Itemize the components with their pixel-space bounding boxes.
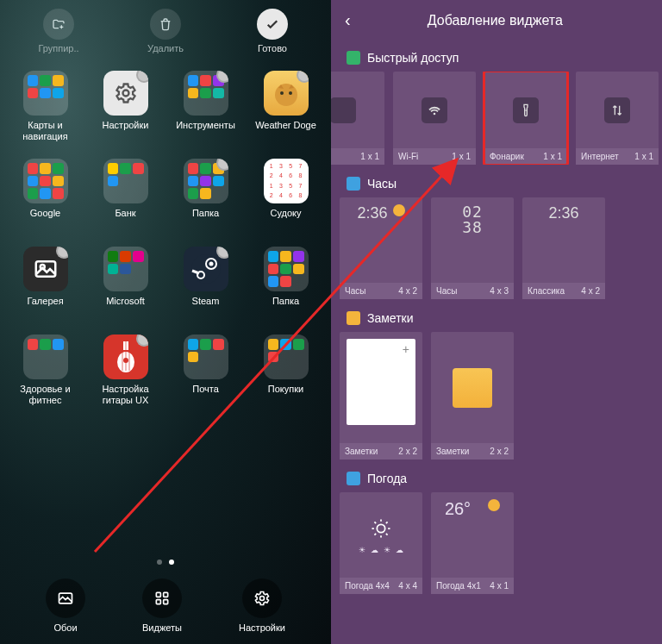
app-покупки[interactable]: Покупки <box>247 335 324 410</box>
widget-picker-title: Добавление виджета <box>363 13 628 28</box>
widget-card[interactable]: 0238Часы4 x 3 <box>431 197 514 299</box>
app-папка[interactable]: Папка <box>167 159 244 234</box>
svg-point-1 <box>275 84 297 106</box>
widget-card[interactable]: 2:36Часы4 x 2 <box>340 197 422 299</box>
widget-card[interactable]: Интернет1 x 1 <box>576 72 659 165</box>
home-editor-panel: Группир.. Удалить Готово Карты и навигац… <box>0 0 331 644</box>
wifi-icon <box>422 97 447 123</box>
widget-name: Заметки <box>436 447 469 456</box>
folder-add-icon <box>43 9 74 40</box>
delete-button[interactable]: Удалить <box>127 9 204 53</box>
widget-size: 4 x 2 <box>398 286 417 296</box>
svg-point-21 <box>260 596 265 600</box>
widget-size: 1 x 1 <box>452 152 471 161</box>
app-label: Галерея <box>27 296 63 307</box>
widget-size: 4 x 3 <box>490 286 509 296</box>
app-банк[interactable]: Банк <box>87 159 164 234</box>
app-google[interactable]: Google <box>7 159 84 234</box>
widget-card[interactable]: Заметки2 x 2 <box>340 332 422 460</box>
folder-icon <box>184 335 228 379</box>
settings-button[interactable]: Настройки <box>239 578 285 633</box>
widget-footer: Часы4 x 2 <box>340 283 422 299</box>
back-icon[interactable]: ‹ <box>345 10 351 30</box>
widget-row-clock[interactable]: 2:36Часы4 x 20238Часы4 x 32:36Классика4 … <box>331 197 662 299</box>
app-инструменты[interactable]: Инструменты <box>167 71 244 147</box>
widgets-button[interactable]: Виджеты <box>142 578 182 633</box>
widget-preview: ☀☁☀☁ <box>340 492 422 578</box>
app-настройка-гитары-ux[interactable]: Настройка гитары UX <box>87 335 164 410</box>
section-color-chip <box>347 177 360 191</box>
done-button[interactable]: Готово <box>234 9 311 53</box>
widget-footer: Погода 4x44 x 4 <box>340 578 422 594</box>
section-color-chip <box>347 51 360 65</box>
widget-name: Классика <box>528 286 565 296</box>
toggle-icon <box>331 97 356 123</box>
svg-rect-4 <box>35 261 55 277</box>
widget-preview <box>331 72 384 148</box>
app-label: Почта <box>192 384 219 395</box>
widget-picker-header: ‹ Добавление виджета <box>331 0 662 41</box>
app-label: Папка <box>192 208 219 219</box>
widget-footer: Погода 4x14 x 1 <box>431 578 514 594</box>
group-button[interactable]: Группир.. <box>20 9 97 53</box>
app-microsoft[interactable]: Microsoft <box>87 247 164 322</box>
widget-card[interactable]: Заметки2 x 2 <box>431 332 514 460</box>
widget-card[interactable]: 2:36Классика4 x 2 <box>522 197 605 299</box>
widget-row-weather[interactable]: ☀☁☀☁Погода 4x44 x 426°Погода 4x14 x 1 <box>331 492 662 594</box>
widget-name: Интернет <box>581 152 619 161</box>
app-label: Microsoft <box>106 296 145 307</box>
widget-row-notes[interactable]: Заметки2 x 2Заметки2 x 2 <box>331 332 662 460</box>
group-label: Группир.. <box>38 43 78 53</box>
app-папка[interactable]: Папка <box>247 247 324 322</box>
widget-name: Погода 4x1 <box>436 581 481 591</box>
widget-preview: 0238 <box>431 197 514 283</box>
svg-rect-18 <box>164 592 168 597</box>
app-steam[interactable]: Steam <box>167 247 244 322</box>
app-label: Папка <box>272 296 299 307</box>
check-icon <box>257 9 288 40</box>
widgets-icon <box>142 578 182 618</box>
widget-preview <box>484 72 567 148</box>
app-weather-doge[interactable]: Weather Doge <box>247 71 324 147</box>
widget-preview: 26° <box>431 492 514 578</box>
app-почта[interactable]: Почта <box>167 335 244 410</box>
app-карты-и-навигация[interactable]: Карты и навигация <box>7 71 84 147</box>
widget-card[interactable]: 26°Погода 4x14 x 1 <box>431 492 514 594</box>
widget-preview <box>340 332 422 443</box>
app-label: Настройка гитары UX <box>87 384 164 405</box>
widget-card[interactable]: Фонарик1 x 1 <box>484 72 567 165</box>
folder-icon <box>23 159 68 203</box>
widget-card[interactable]: Wi-Fi1 x 1 <box>393 72 476 165</box>
folder-icon <box>23 71 68 116</box>
widget-size: 4 x 2 <box>581 286 600 296</box>
widget-card[interactable]: …1 x 1 <box>331 72 384 165</box>
gear-icon <box>103 71 148 116</box>
wallpaper-button[interactable]: Обои <box>46 578 85 633</box>
widget-row-quick[interactable]: …1 x 1Wi-Fi1 x 1Фонарик1 x 1Интернет1 x … <box>331 72 662 165</box>
app-галерея[interactable]: Галерея <box>7 247 84 322</box>
svg-rect-20 <box>164 599 168 603</box>
widget-preview <box>431 332 514 443</box>
widget-footer: …1 x 1 <box>331 148 384 165</box>
section-header: Погода <box>331 466 662 492</box>
widget-card[interactable]: ☀☁☀☁Погода 4x44 x 4 <box>340 492 422 594</box>
widget-name: Wi-Fi <box>398 152 418 161</box>
editor-bottom-bar: Обои Виджеты Настройки <box>0 572 331 644</box>
section-title: Заметки <box>367 311 414 325</box>
app-здоровье-и-фитнес[interactable]: Здоровье и фитнес <box>7 335 84 410</box>
app-судоку[interactable]: 1357246813572468Судоку <box>247 159 324 234</box>
app-label: Здоровье и фитнес <box>7 384 84 405</box>
app-настройки[interactable]: Настройки <box>87 71 164 147</box>
done-label: Готово <box>258 43 287 53</box>
flashlight-icon <box>513 97 539 123</box>
app-label: Карты и навигация <box>7 120 84 141</box>
settings-label: Настройки <box>239 622 285 633</box>
app-label: Инструменты <box>176 120 235 131</box>
guitar-icon <box>103 335 148 379</box>
app-grid: Карты и навигацияНастройкиИнструментыWea… <box>0 59 331 410</box>
widget-footer: Часы4 x 3 <box>431 283 514 299</box>
widget-size: 4 x 1 <box>490 581 509 591</box>
svg-point-0 <box>122 91 128 97</box>
trash-icon <box>150 9 181 40</box>
widget-picker-panel: ‹ Добавление виджета Быстрый доступ …1 x… <box>331 0 662 644</box>
